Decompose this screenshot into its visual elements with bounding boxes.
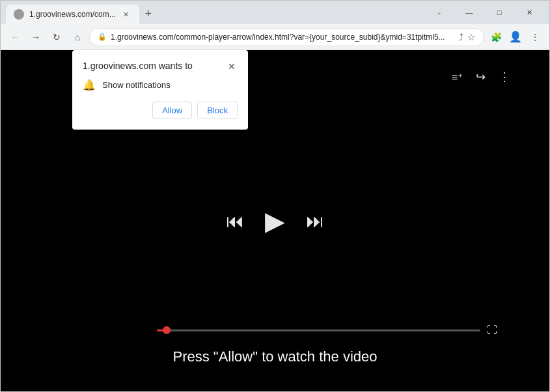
popup-close-button[interactable]: ✕ (226, 61, 238, 72)
bookmark-icon[interactable]: ☆ (467, 32, 476, 42)
fullscreen-button[interactable]: ⛶ (487, 324, 497, 336)
menu-button[interactable]: ⋮ (526, 28, 544, 46)
tab-close-button[interactable]: ✕ (121, 9, 131, 20)
tab-favicon (14, 9, 24, 20)
progress-dot (163, 326, 171, 334)
tab-bar: 1.groovinews.com/com... ✕ + ⌄ — □ ✕ (1, 1, 549, 24)
popup-title: 1.groovinews.com wants to (83, 61, 193, 71)
extension-icon[interactable]: 🧩 (487, 28, 505, 46)
popup-header: 1.groovinews.com wants to ✕ (83, 61, 238, 72)
popup-buttons: Allow Block (83, 102, 238, 119)
prev-track-button[interactable]: ⏮ (226, 210, 244, 232)
active-tab[interactable]: 1.groovinews.com/com... ✕ (6, 5, 139, 24)
minimize-icon: — (466, 8, 473, 16)
window-restore-button[interactable]: ⌄ (424, 3, 454, 21)
share-icon[interactable]: ⤴ (459, 32, 463, 42)
popup-notification-row: 🔔 Show notifications (83, 79, 238, 91)
share-icon[interactable]: ↪ (476, 70, 486, 84)
home-button[interactable]: ⌂ (68, 28, 87, 46)
new-tab-button[interactable]: + (139, 5, 158, 23)
window-close-button[interactable]: ✕ (514, 3, 544, 21)
reload-icon: ↻ (53, 32, 61, 42)
notification-text: Show notifications (102, 80, 171, 90)
notification-popup: 1.groovinews.com wants to ✕ 🔔 Show notif… (72, 50, 248, 130)
back-button[interactable]: ← (6, 28, 24, 46)
next-track-button[interactable]: ⏭ (306, 210, 324, 232)
progress-area: ⛶ (157, 324, 497, 336)
bell-icon: 🔔 (83, 79, 96, 91)
menu-icon: ⋮ (530, 32, 540, 42)
home-icon: ⌂ (75, 32, 80, 42)
more-options-icon[interactable]: ⋮ (499, 70, 510, 84)
toolbar-actions: 🧩 👤 ⋮ (487, 28, 544, 46)
block-button[interactable]: Block (197, 102, 238, 119)
forward-button[interactable]: → (27, 28, 45, 46)
address-bar[interactable]: 🔒 1.groovinews.com/common-player-arrow/i… (89, 28, 484, 46)
content-area: 1.groovinews.com wants to ✕ 🔔 Show notif… (1, 50, 549, 391)
allow-button[interactable]: Allow (152, 102, 192, 119)
window-maximize-button[interactable]: □ (484, 3, 514, 21)
toolbar: ← → ↻ ⌂ 🔒 1.groovinews.com/common-player… (1, 24, 549, 50)
close-icon: ✕ (527, 8, 532, 17)
reload-button[interactable]: ↻ (48, 28, 66, 46)
back-icon: ← (10, 32, 20, 42)
progress-bar[interactable] (157, 329, 480, 331)
profile-button[interactable]: 👤 (506, 28, 525, 46)
queue-icon[interactable]: ≡⁺ (452, 71, 463, 83)
maximize-icon: □ (497, 8, 502, 16)
press-allow-text: Press "Allow" to watch the video (1, 348, 549, 365)
forward-icon: → (31, 32, 40, 42)
url-text: 1.groovinews.com/common-player-arrow/ind… (111, 33, 455, 42)
lock-icon: 🔒 (98, 33, 107, 41)
window-minimize-button[interactable]: — (454, 3, 484, 21)
play-button[interactable]: ▶ (265, 206, 285, 236)
tab-title: 1.groovinews.com/com... (29, 10, 116, 19)
profile-icon: 👤 (509, 31, 522, 43)
window-controls: ⌄ — □ ✕ (424, 3, 544, 24)
browser-window: 1.groovinews.com/com... ✕ + ⌄ — □ ✕ ← → … (0, 0, 550, 392)
